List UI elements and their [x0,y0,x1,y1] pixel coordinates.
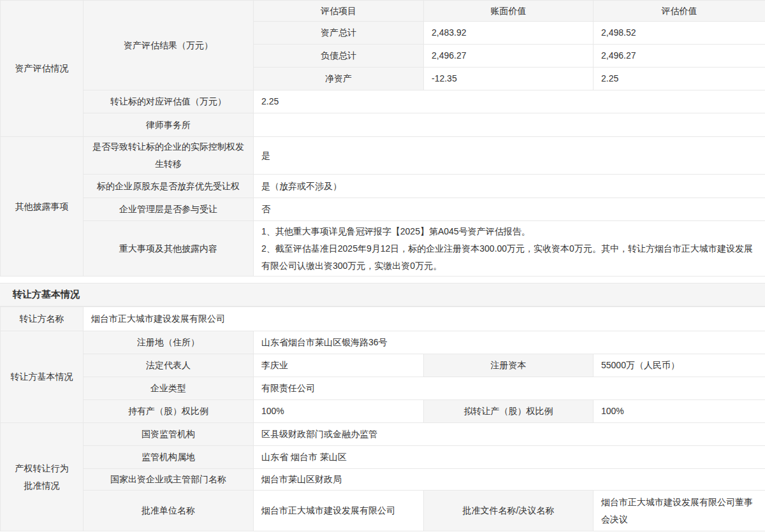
value-proposed-transfer-ratio: 100% [594,400,765,423]
label-registered-capital: 注册资本 [424,354,594,377]
value-total-assets-eval: 2,498.52 [594,22,765,45]
value-major-matters: 1、其他重大事项详见鲁冠评报字【2025】第A045号资产评估报告。 2、截至评… [254,221,765,277]
value-holding-ratio: 100% [254,400,424,423]
table-row: 其他披露事项 是否导致转让标的企业的实际控制权发生转移 是 [1,137,765,175]
label-total-liabilities: 负债总计 [254,45,424,68]
label-total-assets: 资产总计 [254,22,424,45]
table-row: 法定代表人 李庆业 注册资本 55000万（人民币） [1,354,765,377]
value-registered-address: 山东省烟台市莱山区银海路36号 [254,331,765,354]
table-row: 监管机构属地 山东省 烟台市 莱山区 [1,446,765,469]
label-registered-address: 注册地（住所） [84,331,254,354]
table-row: 转让方名称 烟台市正大城市建设发展有限公司 [1,307,765,331]
value-law-firm [254,113,765,137]
label-target-eval-value: 转让标的对应评估值（万元） [84,90,254,113]
value-control-transfer: 是 [254,137,765,175]
group-approval-line-2: 批准情况 [8,477,75,494]
value-state-funded-enterprise: 烟台市莱山区财政局 [254,469,765,491]
table-row: 律师事务所 [1,113,765,137]
table-row: 产权转让行为 批准情况 国资监管机构 区县级财政部门或金融办监管 [1,423,765,446]
table-row: 国家出资企业或主管部门名称 烟台市莱山区财政局 [1,469,765,491]
section-header-transferor-basic-info: 转让方基本情况 [0,283,765,306]
label-state-asset-supervisor: 国资监管机构 [84,423,254,446]
value-registered-capital: 55000万（人民币） [594,354,765,377]
label-waive-preemptive-right: 标的企业原股东是否放弃优先受让权 [84,175,254,198]
value-waive-preemptive-right: 是（放弃或不涉及） [254,175,765,198]
label-transferor-name: 转让方名称 [1,307,84,331]
label-management-participation: 企业管理层是否参与受让 [84,198,254,221]
value-supervisor-location: 山东省 烟台市 莱山区 [254,446,765,469]
table-row: 企业类型 有限责任公司 [1,377,765,400]
table-row: 企业管理层是否参与受让 否 [1,198,765,221]
value-approval-unit: 烟台市正大城市建设发展有限公司 [254,491,424,531]
table-row: 标的企业原股东是否放弃优先受让权 是（放弃或不涉及） [1,175,765,198]
value-total-liabilities-eval: 2,496.27 [594,45,765,68]
label-control-transfer: 是否导致转让标的企业的实际控制权发生转移 [84,137,254,175]
label-legal-representative: 法定代表人 [84,354,254,377]
table-row: 持有产（股）权比例 100% 拟转让产（股）权比例 100% [1,400,765,423]
transferor-info-table: 转让方名称 烟台市正大城市建设发展有限公司 转让方基本情况 注册地（住所） 山东… [0,306,765,531]
label-state-funded-enterprise: 国家出资企业或主管部门名称 [84,469,254,491]
value-enterprise-type: 有限责任公司 [254,377,765,400]
value-approval-document: 烟台市正大城市建设发展有限公司董事会决议 [594,491,765,531]
value-state-asset-supervisor: 区县级财政部门或金融办监管 [254,423,765,446]
group-label-transfer-approval: 产权转让行为 批准情况 [1,423,84,531]
table-row: 重大事项及其他披露内容 1、其他重大事项详见鲁冠评报字【2025】第A045号资… [1,221,765,277]
col-header-book-value: 账面价值 [424,1,594,22]
major-matters-line-2: 2、截至评估基准日2025年9月12日，标的企业注册资本300.00万元，实收资… [261,240,757,275]
value-legal-representative: 李庆业 [254,354,424,377]
label-approval-unit: 批准单位名称 [84,491,254,531]
value-net-assets-book: -12.35 [424,68,594,90]
label-net-assets: 净资产 [254,68,424,90]
value-total-assets-book: 2,483.92 [424,22,594,45]
table-row: 批准单位名称 烟台市正大城市建设发展有限公司 批准文件名称/决议名称 烟台市正大… [1,491,765,531]
table-row: 转让标的对应评估值（万元） 2.25 [1,90,765,113]
asset-evaluation-table: 资产评估情况 资产评估结果（万元） 评估项目 账面价值 评估价值 资产总计 2,… [0,0,765,277]
value-management-participation: 否 [254,198,765,221]
label-eval-result: 资产评估结果（万元） [84,1,254,90]
label-law-firm: 律师事务所 [84,113,254,137]
value-net-assets-eval: 2.25 [594,68,765,90]
label-holding-ratio: 持有产（股）权比例 [84,400,254,423]
label-major-matters: 重大事项及其他披露内容 [84,221,254,277]
group-label-asset-evaluation: 资产评估情况 [1,1,84,137]
group-label-other-disclosure: 其他披露事项 [1,137,84,277]
value-transferor-name: 烟台市正大城市建设发展有限公司 [84,307,765,331]
col-header-eval-value: 评估价值 [594,1,765,22]
value-target-eval-value: 2.25 [254,90,765,113]
label-enterprise-type: 企业类型 [84,377,254,400]
label-approval-document: 批准文件名称/决议名称 [424,491,594,531]
label-proposed-transfer-ratio: 拟转让产（股）权比例 [424,400,594,423]
table-row: 转让方基本情况 注册地（住所） 山东省烟台市莱山区银海路36号 [1,331,765,354]
col-header-eval-item: 评估项目 [254,1,424,22]
group-approval-line-1: 产权转让行为 [8,460,75,477]
label-supervisor-location: 监管机构属地 [84,446,254,469]
major-matters-line-1: 1、其他重大事项详见鲁冠评报字【2025】第A045号资产评估报告。 [261,223,757,240]
value-total-liabilities-book: 2,496.27 [424,45,594,68]
group-label-transferor-basic-info: 转让方基本情况 [1,331,84,423]
